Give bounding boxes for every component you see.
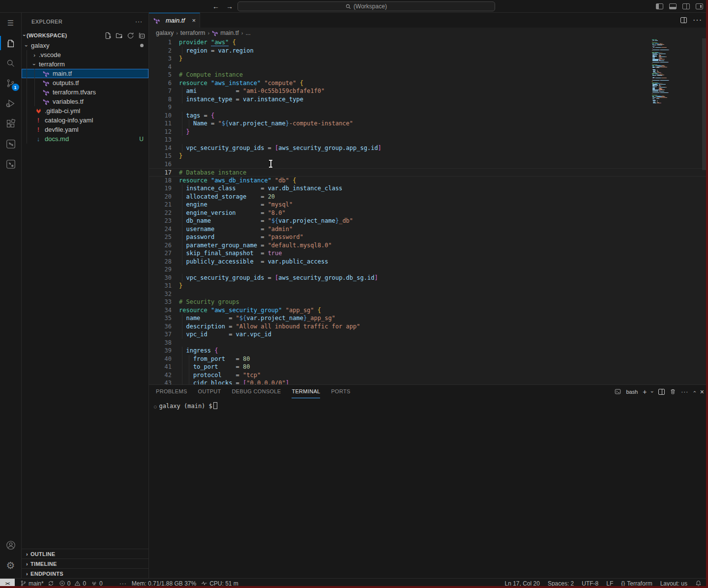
collapse-all-icon[interactable] — [138, 32, 146, 39]
code-line-32[interactable]: 32 — [149, 290, 708, 298]
tree-file-catalog-info-yaml[interactable]: !catalog-info.yaml — [22, 116, 148, 125]
tree-folder--vscode[interactable]: ›.vscode — [22, 50, 148, 59]
code-line-30[interactable]: 30 vpc_security_group_ids = [aws_securit… — [149, 274, 708, 282]
tree-file-variables-tf[interactable]: variables.tf — [22, 97, 148, 106]
extensions-icon[interactable] — [0, 114, 22, 134]
code-line-4[interactable]: 4 — [149, 63, 708, 71]
code-line-26[interactable]: 26 parameter_group_name = "default.mysql… — [149, 241, 708, 250]
tree-folder-galaxy[interactable]: ›galaxy — [22, 41, 148, 50]
tree-folder-terraform[interactable]: ›terraform — [22, 59, 148, 69]
editor-more-actions-icon[interactable]: ··· — [693, 16, 702, 25]
code-line-24[interactable]: 24 username = "admin" — [149, 225, 708, 234]
code-line-42[interactable]: 42 protocol = "tcp" — [149, 371, 708, 380]
new-folder-icon[interactable] — [116, 32, 123, 39]
panel-tab-debug-console[interactable]: DEBUG CONSOLE — [232, 385, 281, 398]
code-line-33[interactable]: 33# Security groups — [149, 298, 708, 306]
workspace-section-header[interactable]: › (WORKSPACE) — [22, 30, 148, 41]
nav-forward-icon[interactable]: → — [226, 2, 233, 10]
code-line-12[interactable]: 12 } — [149, 128, 708, 136]
terminal-shell-label[interactable]: bash — [626, 389, 638, 395]
panel-tab-problems[interactable]: PROBLEMS — [156, 385, 187, 398]
code-line-8[interactable]: 8 instance_type = var.instance_type — [149, 95, 708, 104]
code-line-39[interactable]: 39 ingress { — [149, 347, 708, 355]
tab-close-icon[interactable]: × — [192, 17, 196, 24]
code-line-6[interactable]: 6resource "aws_instance" "compute" { — [149, 79, 708, 88]
code-line-16[interactable]: 16 — [149, 160, 708, 169]
toggle-panel-icon[interactable] — [669, 3, 677, 9]
menu-icon[interactable]: ☰ — [0, 13, 22, 33]
section-endpoints[interactable]: ›ENDPOINTS — [22, 568, 148, 578]
code-line-29[interactable]: 29 — [149, 265, 708, 274]
panel-tab-output[interactable]: OUTPUT — [198, 385, 221, 398]
terminal-content[interactable]: ○galaxy (main) $ — [149, 398, 708, 578]
terraform-cloud-view-icon[interactable] — [0, 154, 22, 174]
nav-back-icon[interactable]: ← — [212, 2, 219, 10]
code-line-27[interactable]: 27 skip_final_snapshot = true — [149, 249, 708, 258]
kill-terminal-icon[interactable] — [670, 388, 676, 395]
code-line-3[interactable]: 3} — [149, 55, 708, 63]
code-line-41[interactable]: 41 to_port = 80 — [149, 363, 708, 371]
toggle-secondary-sidebar-icon[interactable] — [682, 3, 690, 9]
code-line-40[interactable]: 40 from_port = 80 — [149, 355, 708, 363]
panel-tab-ports[interactable]: PORTS — [331, 385, 350, 398]
tree-file--gitlab-ci-yml[interactable]: .gitlab-ci.yml — [22, 106, 148, 116]
code-line-28[interactable]: 28 publicly_accessible = var.public_acce… — [149, 258, 708, 266]
run-debug-icon[interactable] — [0, 93, 22, 114]
code-line-9[interactable]: 9 — [149, 103, 708, 112]
customize-layout-icon[interactable] — [696, 3, 703, 9]
refresh-icon[interactable] — [127, 32, 134, 39]
toggle-primary-sidebar-icon[interactable] — [656, 3, 663, 9]
code-line-23[interactable]: 23 db_name = "${var.project_name}_db" — [149, 217, 708, 225]
code-line-14[interactable]: 14 vpc_security_group_ids = [aws_securit… — [149, 144, 708, 152]
breadcrumb-item[interactable]: ... — [245, 29, 250, 36]
code-line-36[interactable]: 36 description = "Allow all inbound traf… — [149, 323, 708, 331]
tree-file-outputs-tf[interactable]: outputs.tf — [22, 78, 148, 88]
code-line-13[interactable]: 13 — [149, 136, 708, 144]
panel-tab-terminal[interactable]: TERMINAL — [292, 385, 320, 398]
source-control-icon[interactable]: 1 — [0, 73, 22, 93]
new-terminal-icon[interactable]: + — [643, 388, 647, 396]
settings-gear-icon[interactable]: ⚙ — [0, 555, 22, 575]
breadcrumb-item[interactable]: main.tf — [212, 29, 239, 36]
code-line-20[interactable]: 20 allocated_storage = 20 — [149, 193, 708, 201]
code-line-2[interactable]: 2 region = var.region — [149, 47, 708, 55]
command-center-search[interactable]: (Workspace) — [237, 1, 495, 11]
tree-file-terraform-tfvars[interactable]: terraform.tfvars — [22, 88, 148, 97]
code-line-7[interactable]: 7 ami = "ami-0c55b159cbfafe1f0" — [149, 87, 708, 95]
section-outline[interactable]: ›OUTLINE — [22, 549, 148, 559]
split-editor-icon[interactable] — [680, 17, 687, 23]
explorer-more-actions-icon[interactable]: ··· — [135, 18, 143, 25]
code-line-19[interactable]: 19 instance_class = var.db_instance_clas… — [149, 184, 708, 193]
code-line-35[interactable]: 35 name = "${var.project_name}_app_sg" — [149, 314, 708, 323]
code-line-15[interactable]: 15} — [149, 152, 708, 160]
code-line-25[interactable]: 25 password = "password" — [149, 233, 708, 241]
code-line-31[interactable]: 31} — [149, 282, 708, 290]
code-line-5[interactable]: 5# Compute instance — [149, 71, 708, 79]
explorer-icon[interactable] — [0, 33, 22, 53]
code-line-21[interactable]: 21 engine = "mysql" — [149, 201, 708, 209]
code-line-37[interactable]: 37 vpc_id = var.vpc_id — [149, 330, 708, 339]
split-terminal-icon[interactable] — [658, 389, 665, 395]
close-panel-icon[interactable]: × — [700, 388, 704, 396]
code-editor[interactable]: 1provider "aws" {2 region = var.region3}… — [149, 38, 708, 384]
code-line-34[interactable]: 34resource "aws_security_group" "app_sg"… — [149, 306, 708, 315]
code-line-1[interactable]: 1provider "aws" { — [149, 38, 708, 47]
code-line-11[interactable]: 11 Name = "${var.project_name}-compute-i… — [149, 119, 708, 128]
tab-main-tf[interactable]: main.tf × — [149, 13, 200, 28]
tree-file-devfile-yaml[interactable]: !devfile.yaml — [22, 125, 148, 134]
search-view-icon[interactable] — [0, 53, 22, 73]
code-line-38[interactable]: 38 — [149, 339, 708, 347]
code-line-22[interactable]: 22 engine_version = "8.0" — [149, 209, 708, 217]
account-icon[interactable] — [0, 535, 22, 555]
section-timeline[interactable]: ›TIMELINE — [22, 559, 148, 568]
panel-more-actions-icon[interactable]: ··· — [681, 388, 688, 395]
terraform-view-icon[interactable] — [0, 134, 22, 154]
code-line-43[interactable]: 43 cidr_blocks = ["0.0.0.0/0"] — [149, 379, 708, 384]
code-line-10[interactable]: 10 tags = { — [149, 112, 708, 120]
breadcrumb-item[interactable]: terraform — [180, 29, 206, 36]
minimap[interactable] — [652, 39, 701, 104]
breadcrumb-item[interactable]: galaxy — [156, 29, 174, 36]
terminal-dropdown-icon[interactable]: › — [649, 391, 655, 393]
tree-file-main-tf[interactable]: main.tf — [22, 69, 148, 78]
code-line-18[interactable]: 18resource "aws_db_instance" "db" { — [149, 176, 708, 185]
